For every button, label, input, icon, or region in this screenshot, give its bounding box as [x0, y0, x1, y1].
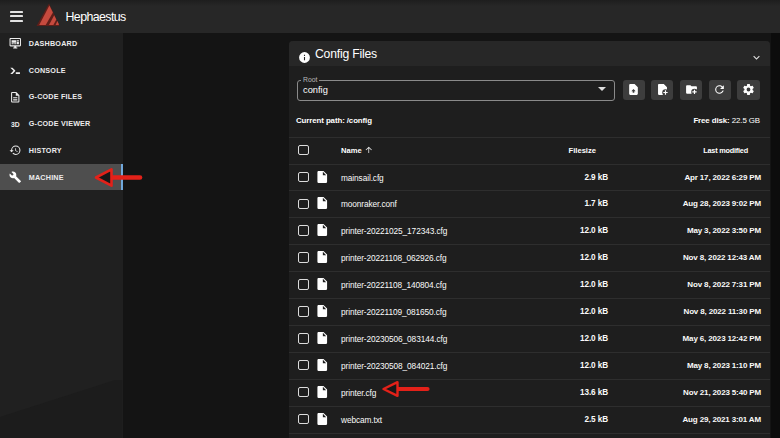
svg-text:3D: 3D	[11, 120, 20, 127]
